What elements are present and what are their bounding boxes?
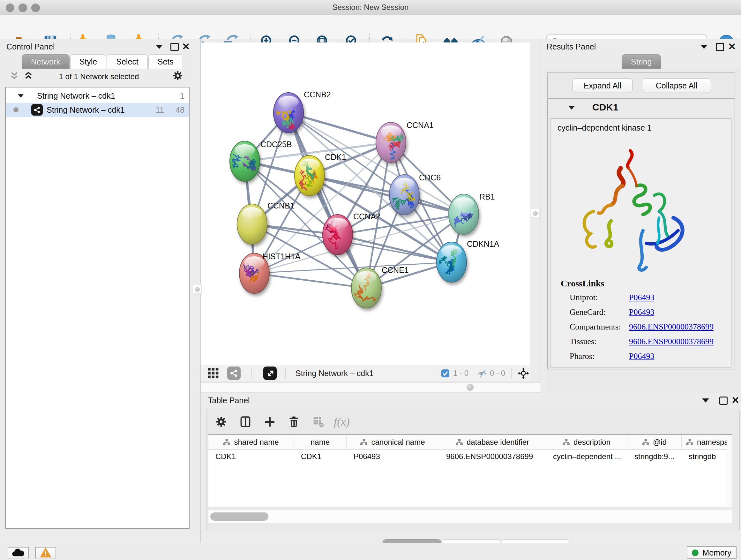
crosslink-row: Pharos:P06493 [550,352,731,366]
node-cdc25b[interactable] [230,141,260,181]
add-column-icon[interactable] [261,414,278,430]
tab-string[interactable]: String [622,54,661,69]
crosslink-link[interactable]: P06493 [629,293,654,302]
show-columns-icon[interactable] [237,414,254,430]
node-ccnb1[interactable] [237,204,267,244]
panel-menu-icon[interactable] [702,398,709,402]
horizontal-splitter-handle[interactable] [467,384,474,391]
hidden-eye-slash-icon[interactable] [477,369,487,380]
node-ccnb2[interactable] [273,92,304,133]
float-panel-icon[interactable] [171,43,179,51]
toolbar-separator [252,368,252,379]
tree-expander-icon[interactable] [18,94,23,98]
close-panel-icon[interactable] [728,43,736,51]
network-row[interactable]: String Network – cdk1 11 48 [6,103,189,117]
panel-menu-icon[interactable] [700,45,708,49]
memory-button[interactable]: Memory [687,546,737,559]
grid-view-icon[interactable] [208,368,222,380]
column-header-id[interactable]: @id [627,435,682,449]
column-header-description[interactable]: description [546,435,627,449]
collapse-all-icon[interactable] [10,71,18,82]
network-collection-row[interactable]: String Network – cdk1 1 [6,89,189,103]
table-panel-title: Table Panel [208,396,250,405]
column-tree-icon [223,439,230,445]
column-label: canonical name [371,438,425,447]
expand-all-button[interactable]: Expand All [572,78,632,93]
float-panel-icon[interactable] [716,43,724,51]
network-graph[interactable]: CCNB2CCNA1CDC25BCDK1CDC6RB1CCNB1CCNA2CDK… [201,43,530,366]
close-panel-icon[interactable] [182,43,190,51]
table-cell[interactable]: stringdb:9... [627,449,682,463]
edge-hist1h1a-ccne1[interactable] [254,273,366,288]
collapse-all-button[interactable]: Collapse All [642,78,711,93]
column-label: description [574,438,610,447]
tab-select[interactable]: Select [107,54,147,69]
network-list: String Network – cdk1 1 String Network –… [5,87,190,529]
node-ccne1[interactable] [351,268,384,308]
gene-name: CDK1 [592,102,618,113]
crosslink-link[interactable]: P06493 [629,352,654,361]
node-rb1[interactable] [449,194,479,234]
edge-ccnb2-ccne1[interactable] [288,113,366,288]
table-options-gear-icon[interactable] [213,414,229,430]
column-label: shared name [234,438,279,447]
section-expander-icon[interactable] [568,106,575,110]
column-header-shared-name[interactable]: shared name [208,435,294,449]
table-cell[interactable]: stringdb [682,449,732,463]
node-cdc6[interactable] [389,175,419,215]
float-panel-icon[interactable] [719,396,728,405]
delete-column-trash-icon[interactable] [286,414,302,430]
column-header-namespace[interactable]: namespace [682,435,732,449]
table-cell[interactable]: CDK1 [208,449,294,463]
network-label: String Network – cdk1 [47,105,125,115]
crosslinks-list: Uniprot:P06493GeneCard:P06493Compartment… [550,293,731,366]
tab-network[interactable]: Network [22,54,70,69]
warnings-button[interactable] [35,547,56,558]
right-splitter-handle[interactable] [531,209,540,218]
node-ccna2[interactable] [323,214,353,255]
crosslink-row: Tissues:9606.ENSP00000378699 [550,337,731,352]
column-header-name[interactable]: name [294,435,347,449]
node-label-rb1: RB1 [479,192,495,201]
close-panel-icon[interactable] [731,396,739,404]
column-header-database-identifier[interactable]: database identifier [439,435,546,449]
crosslink-label: Compartments: [569,322,621,332]
selected-checkbox-icon[interactable] [441,369,450,379]
tab-sets[interactable]: Sets [148,54,183,69]
string-network-icon [31,104,43,116]
table-vertical-scrollbar[interactable] [727,435,732,507]
node-label-hist1h1a: HIST1H1A [262,252,300,261]
crosslink-link[interactable]: 9606.ENSP00000378699 [629,337,714,347]
function-builder-button[interactable]: f(x) [333,414,350,430]
cloud-status-button[interactable] [8,547,29,558]
toolbar-separator [285,368,286,379]
memory-status-dot-icon [692,550,698,556]
table-cell[interactable]: 9606.ENSP00000378699 [439,449,546,463]
network-view-canvas[interactable]: CCNB2CCNA1CDC25BCDK1CDC6RB1CCNB1CCNA2CDK… [201,43,530,366]
tab-style[interactable]: Style [70,54,107,69]
table-cell[interactable]: P06493 [347,449,439,463]
birds-eye-view-icon[interactable] [263,367,277,380]
column-label: database identifier [467,438,529,447]
scrollbar-thumb[interactable] [210,512,268,521]
network-options-gear-icon[interactable] [172,70,183,82]
node-cdkn1a[interactable] [436,242,467,282]
gene-details: cyclin–dependent kinase 1 [550,118,731,368]
fit-content-crosshair-icon[interactable] [518,368,529,380]
table-cell[interactable]: cyclin–dependent ... [546,449,627,463]
crosslink-link[interactable]: 9606.ENSP00000378699 [629,322,714,332]
expand-all-icon[interactable] [24,71,32,82]
table-horizontal-scrollbar[interactable] [208,510,732,523]
node-cdk1[interactable] [294,155,325,196]
crosslink-link[interactable]: P06493 [629,307,654,317]
column-header-canonical-name[interactable]: canonical name [347,435,439,449]
column-label: @id [653,438,667,447]
delete-table-icon[interactable] [310,414,327,430]
node-label-cdkn1a: CDKN1A [467,240,499,248]
node-table[interactable]: shared namenamecanonical namedatabase id… [208,435,732,507]
panel-menu-icon[interactable] [156,45,163,49]
table-cell[interactable]: CDK1 [294,449,347,463]
network-view-share-icon[interactable] [227,367,241,380]
table-row[interactable]: CDK1CDK1P064939606.ENSP00000378699cyclin… [208,449,732,463]
left-splitter-handle[interactable] [193,285,202,294]
